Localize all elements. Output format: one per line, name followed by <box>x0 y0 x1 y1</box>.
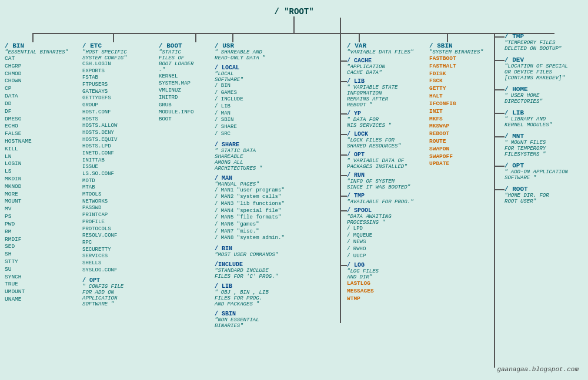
sbin-items: FASTBOOTFASTHALTFDISKFSCKGETTYHALTIFCONF… <box>429 55 483 168</box>
usr-section: / USR " SHAREABLE ANDREAD-ONLY DATA " / … <box>215 8 285 329</box>
usr-lib: / LIB " OBJ , BIN , LIBFILES FOR PROG.AN… <box>215 283 285 307</box>
home-section: / HOME " USER HOMEDIRECTORIES" <box>505 86 568 105</box>
etc-section: / ETC "HOST SPECIFICSYSTEM CONFIG" CSH.L… <box>82 8 127 307</box>
bin-items: CATCHGRPCHMODCHOWNCPDATADDDFDMESGECHOFAL… <box>5 55 68 304</box>
var-opt: / OPT " VARIABLE DATA OFPACKAGES INSTALL… <box>347 152 413 170</box>
var-desc: "VARIABLE DATA FILES" <box>347 49 413 55</box>
sbin-title: / SBIN <box>429 42 483 49</box>
page-container: / "ROOT" / BIN "ESSENTIAL BINARIES" CATC… <box>0 0 588 380</box>
root-section: / ROOT "HOME DIR. FORROOT USER" <box>505 186 568 204</box>
var-run: / RUN "INFO OF SYSTEMSINCE IT WAS BOOTED… <box>347 172 413 190</box>
mnt-section: / MNT " MOUNT FILESFOR TEMPERORYFILESYST… <box>505 133 568 157</box>
usr-include: /INCLUDE "STANDARD INCLUDEFILES FOR 'C' … <box>215 261 285 280</box>
usr-desc: " SHAREABLE ANDREAD-ONLY DATA " <box>215 49 285 61</box>
etc-items: CSH.LOGINEXPORTSFSTABFTPUSERSGATEWAYSGET… <box>82 61 127 274</box>
etc-desc: "HOST SPECIFICSYSTEM CONFIG" <box>82 49 127 61</box>
sbin-section: / SBIN "SYSTEM BINARIES" FASTBOOTFASTHAL… <box>429 8 483 168</box>
root-vline <box>293 16 295 33</box>
opt-section: / OPT " ADD-ON APPLICATIONSOFTWARE " <box>505 162 568 181</box>
var-yp: / YP " DATA FORNIS SERVICES " <box>347 110 413 129</box>
var-section: / VAR "VARIABLE DATA FILES" / CACHE "APP… <box>347 8 413 303</box>
bin-section: / BIN "ESSENTIAL BINARIES" CATCHGRPCHMOD… <box>5 8 68 304</box>
tmp-section: / TMP "TEMPERORY FILESDELETED ON BOOTUP" <box>505 33 568 52</box>
watermark: gaanagaa.blogspot.com <box>497 366 579 373</box>
usr-local: / LOCAL "LOCALSOFTWARE" / BIN/ GAMES/ IN… <box>215 65 285 138</box>
var-cache: / CACHE "APPLICATIONCACHE DATA" <box>347 58 413 76</box>
bin-title: / BIN <box>5 42 68 49</box>
etc-title: / ETC <box>82 42 127 49</box>
sbin-desc: "SYSTEM BINARIES" <box>429 49 483 55</box>
dev-section: / DEV "LOCATION OF SPECIALOR DEVICE FILE… <box>505 56 568 81</box>
usr-bin: / BIN "MOST USER COMMANDS" <box>215 246 285 258</box>
var-title: / VAR <box>347 42 413 49</box>
etc-opt: / OPT " CONFIG FILEFOR ADD ONAPPLICATION… <box>82 277 127 307</box>
var-tmp: / TMP "AVAILABLE FOR PROG." <box>347 193 413 205</box>
usr-title: / USR <box>215 42 285 49</box>
usr-man: / MAN "MANUAL PAGES" / MAN1 "user progra… <box>215 175 285 243</box>
var-spool: / SPOOL "DATA AWAITINGPROCESSING " / LPD… <box>347 207 413 260</box>
right-nodes: / TMP "TEMPERORY FILESDELETED ON BOOTUP"… <box>505 33 568 209</box>
var-lock: / LOCK "LOCK FILES FORSHARED RESOURCES" <box>347 131 413 149</box>
usr-sbin: / SBIN "NON ESSENTIALBINARIES" <box>215 311 285 329</box>
lib-section: / LIB " LIBRARY ANDKERNEL MODULES" <box>505 109 568 128</box>
usr-share: / SHARE " STATIC DATASHAREABLEAMONG ALLA… <box>215 142 285 171</box>
boot-section: / BOOT "STATIC FILES OFBOOT LOADER ." KE… <box>159 42 193 123</box>
var-lib: / LIB " VARIABLE STATEINFORMATIONREMAINS… <box>347 78 413 108</box>
bin-desc: "ESSENTIAL BINARIES" <box>5 49 68 55</box>
var-log: / LOG "LOG FILESAND DIR" LASTLOGMESSAGES… <box>347 262 413 302</box>
